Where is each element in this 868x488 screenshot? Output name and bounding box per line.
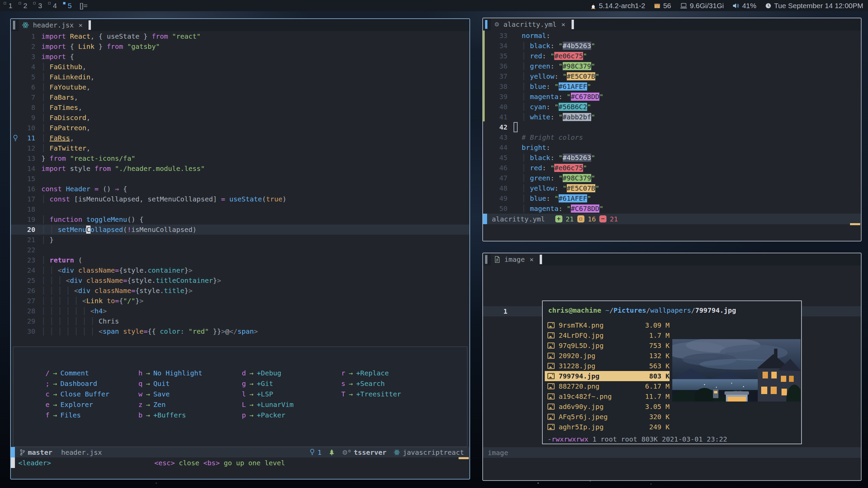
cmdline-left[interactable]: <leader> <esc> close <bs> go up one leve… <box>11 457 469 468</box>
image-file-icon <box>547 414 555 420</box>
file-permissions-footer: -rwxrwxrwx 1 root root 803K 2021-03-01 2… <box>547 434 727 444</box>
code-buffer-alacritty-yml[interactable]: 33 normal:34 │ black: "#4b5263"35 │ red:… <box>483 31 861 214</box>
line-gutter: 46 <box>483 163 507 173</box>
code-line[interactable]: 42 <box>483 122 861 132</box>
code-line[interactable]: 37 │ yellow: "#E5C07B" <box>483 71 861 81</box>
code-line[interactable]: 3import { <box>11 52 469 62</box>
code-line[interactable]: 46 │ red: "#e06c75" <box>483 163 861 173</box>
code-line[interactable]: 14import style from "./header.module.les… <box>11 163 469 174</box>
whichkey-entry: p→+Packer <box>240 410 340 421</box>
code-line[interactable]: 39 │ magenta: "#C678DD" <box>483 92 861 102</box>
code-text: │ │ │ │ │ │ <h4> <box>35 306 107 316</box>
close-icon[interactable]: × <box>561 20 566 28</box>
code-line[interactable]: 20│ │ setMenuCollapsed(!isMenuCollapsed) <box>11 225 469 235</box>
tab-image[interactable]: image × <box>491 253 539 266</box>
code-buffer-header-jsx[interactable]: 1import React, { useState } from "react"… <box>11 31 469 347</box>
code-line[interactable]: 18 <box>11 204 469 214</box>
layout-symbol[interactable]: []= <box>79 2 88 10</box>
code-line[interactable]: 25│ │ │ <div className={style.titleConta… <box>11 275 469 286</box>
code-buffer-image[interactable]: chris@machine ~/Pictures/wallpapers/7997… <box>483 266 861 447</box>
code-line[interactable]: 12│ FaTwitter, <box>11 143 469 153</box>
code-line[interactable]: 10│ FaPatreon, <box>11 123 469 133</box>
code-line[interactable]: 5│ FaLinkedin, <box>11 72 469 82</box>
code-text: │ yellow: "#E5C07B" <box>507 71 599 81</box>
file-row-selected[interactable]: 799794.jpg803 K <box>545 371 670 381</box>
code-line[interactable]: 1import React, { useState } from "react" <box>11 31 469 41</box>
tab-header-jsx[interactable]: header.jsx × <box>19 19 88 31</box>
whichkey-key: s <box>340 378 345 389</box>
code-line[interactable]: 13} from "react-icons/fa" <box>11 153 469 163</box>
arrow-icon: → <box>249 410 253 421</box>
tag-square-icon <box>19 2 21 4</box>
whichkey-entry: c→Close Buffer <box>44 389 137 399</box>
volume-level: 41% <box>742 2 756 10</box>
tab-alacritty-yml[interactable]: ⚙ alacritty.yml × <box>491 18 571 31</box>
code-line[interactable]: 50 │ magenta: "#C678DD" <box>483 203 861 214</box>
line-number: 34 <box>492 41 507 51</box>
code-line[interactable]: 9│ FaDiscord, <box>11 113 469 123</box>
workspace-tag-1[interactable]: 1 <box>2 1 17 11</box>
file-row[interactable]: 97q9L5D.jpg753 K <box>545 340 670 351</box>
workspace-tag-4[interactable]: 4 <box>46 1 61 11</box>
code-line[interactable]: 48 │ yellow: "#E5C07B" <box>483 183 861 193</box>
file-row[interactable]: a19c482f~.png11.7 M <box>545 391 670 402</box>
workspace-tag-2[interactable]: 2 <box>17 1 32 11</box>
code-line[interactable]: 30│ │ │ │ │ │ │ <span style={{ color: "r… <box>11 326 469 336</box>
code-line[interactable]: 41 │ white: "#abb2bf" <box>483 112 861 122</box>
close-icon[interactable]: × <box>78 21 83 29</box>
file-row[interactable]: ad6v90y.jpg3.05 M <box>545 402 670 412</box>
code-line[interactable]: 7│ FaBars, <box>11 92 469 102</box>
code-line[interactable]: 15 <box>11 174 469 184</box>
tabline-caret <box>540 255 542 264</box>
code-line[interactable]: 19│ function toggleMenu() { <box>11 214 469 225</box>
code-line[interactable]: 28│ │ │ │ │ │ <h4> <box>11 306 469 316</box>
workspace-tag-3[interactable]: 3 <box>32 1 46 11</box>
line-number: 30 <box>20 326 35 336</box>
code-line[interactable]: 36 │ green: "#98C379" <box>483 61 861 71</box>
scrollbar-indicator[interactable] <box>459 457 469 459</box>
file-row[interactable]: 9rsmTK4.png3.09 M <box>545 320 670 330</box>
code-line[interactable]: 17│ const [isMenuCollapsed, setMenuColla… <box>11 194 469 204</box>
file-size: 6.17 M <box>632 381 670 391</box>
code-line[interactable]: 45 │ black: "#4b5263" <box>483 153 861 163</box>
code-line[interactable]: 11│ FaRss, <box>11 133 469 143</box>
file-row[interactable]: 882720.png6.17 M <box>545 381 670 391</box>
code-line[interactable]: 43 # Bright colors <box>483 132 861 142</box>
code-line[interactable]: 4│ FaGithub, <box>11 62 469 72</box>
line-gutter: 29 <box>11 316 35 326</box>
close-icon[interactable]: × <box>529 255 534 263</box>
file-row[interactable]: AFq5r6j.jpeg320 K <box>545 412 670 422</box>
code-line[interactable]: 40 │ cyan: "#56B6C2" <box>483 102 861 112</box>
whichkey-column-3: d→+Debugg→+Gitl→+LSPL→+LunarVimp→+Packer <box>240 368 340 447</box>
line-number: 3 <box>20 52 35 62</box>
file-row[interactable]: 20920.jpg132 K <box>545 351 670 361</box>
arrow-icon: → <box>249 389 253 399</box>
file-row[interactable]: 31228.jpg563 K <box>545 361 670 371</box>
code-line[interactable]: 49 │ blue: "#61AFEF" <box>483 193 861 203</box>
image-file-icon <box>547 363 555 369</box>
code-line[interactable]: 23│ return ( <box>11 255 469 265</box>
code-line[interactable]: 29│ │ │ │ │ │ │ Chris <box>11 316 469 326</box>
code-line[interactable]: 21│ } <box>11 235 469 245</box>
code-line[interactable]: 16const Header = () ⇒ { <box>11 184 469 194</box>
tag-square-icon <box>63 2 65 4</box>
file-row[interactable]: 24LrDFQ.jpg1.7 M <box>545 330 670 340</box>
line-gutter: 6 <box>11 82 35 92</box>
code-line[interactable]: 35 │ red: "#e06c75" <box>483 51 861 61</box>
code-line[interactable]: 44 bright: <box>483 142 861 153</box>
code-line[interactable]: 33 normal: <box>483 31 861 41</box>
code-line[interactable]: 24│ │ <div className={style.container}> <box>11 265 469 275</box>
code-line[interactable]: 22 <box>11 245 469 255</box>
workspace-tag-5[interactable]: 5 <box>61 1 76 11</box>
code-line[interactable]: 6│ FaYoutube, <box>11 82 469 92</box>
code-line[interactable]: 8│ FaTimes, <box>11 102 469 113</box>
status-bar: 12345 []= 5.14.2-arch1-2 56 9.6Gi/31Gi 4… <box>0 0 868 11</box>
code-line[interactable]: 26│ │ │ │ <div className={style.title}> <box>11 286 469 296</box>
file-row[interactable]: aghr5Ip.jpg249 K <box>545 422 670 432</box>
code-line[interactable]: 2import { Link } from "gatsby" <box>11 41 469 52</box>
code-line[interactable]: 27│ │ │ │ │ <Link to={"/"}> <box>11 296 469 306</box>
code-line[interactable]: 38 │ blue: "#61AFEF" <box>483 81 861 92</box>
code-line[interactable]: 34 │ black: "#4b5263" <box>483 41 861 51</box>
scrollbar-indicator[interactable] <box>850 223 860 225</box>
code-line[interactable]: 47 │ green: "#98C379" <box>483 173 861 183</box>
